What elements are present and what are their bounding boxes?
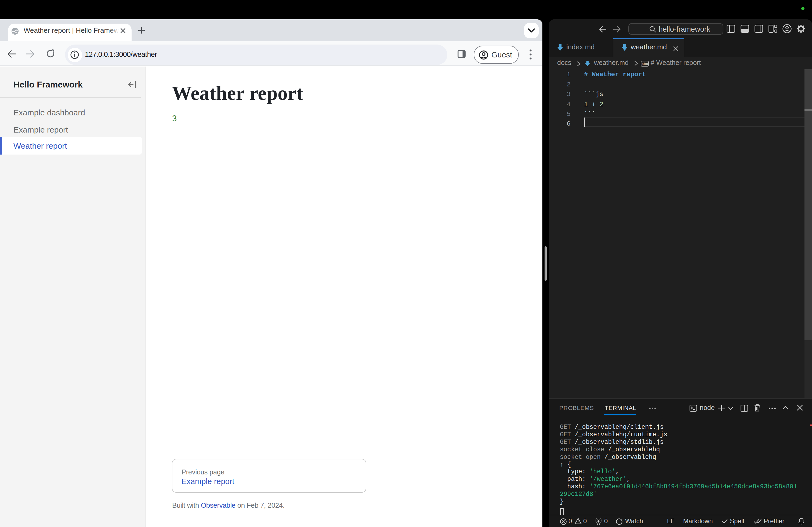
svg-text:abc: abc <box>642 61 648 65</box>
